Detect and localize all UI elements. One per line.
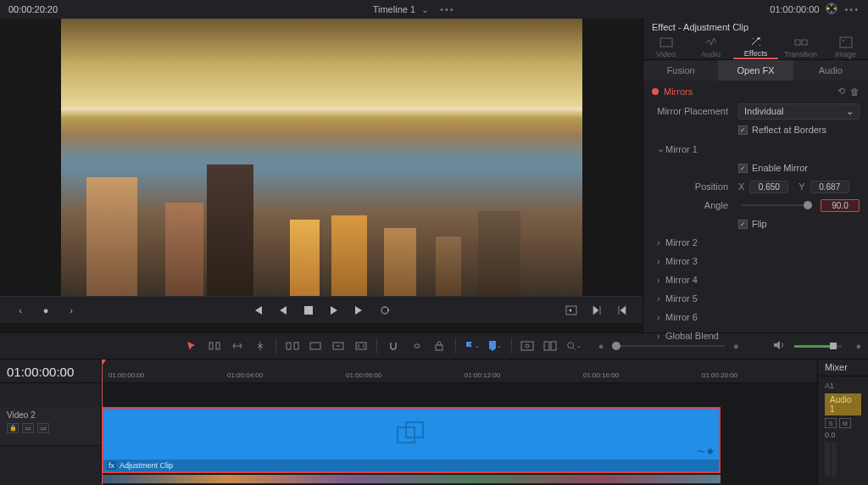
mirror4-header[interactable]: ›Mirror 4 [643, 270, 868, 289]
next-frame-icon[interactable] [353, 304, 366, 317]
keyframe-icon[interactable]: ◆ [707, 446, 714, 458]
svg-point-1 [831, 4, 833, 7]
mirror5-header[interactable]: ›Mirror 5 [643, 289, 868, 308]
zoom-detail-icon[interactable] [543, 338, 558, 354]
inspector-title: Effect - Adjustment Clip [643, 19, 868, 36]
dim-dot[interactable]: ● [855, 341, 861, 351]
svg-rect-16 [294, 343, 298, 349]
subtab-fusion[interactable]: Fusion [643, 60, 718, 81]
angle-label: Angle [657, 200, 733, 210]
flip-checkbox[interactable]: ✓ [738, 220, 748, 229]
overwrite-clip-icon[interactable] [308, 338, 322, 354]
placement-label: Mirror Placement [657, 106, 733, 116]
effect-enable-dot[interactable] [652, 88, 659, 95]
nav-left-icon[interactable]: ‹ [14, 304, 27, 317]
dynamic-trim-icon[interactable] [230, 338, 244, 354]
video1-thumbstrip[interactable] [102, 475, 721, 483]
match-frame-icon[interactable] [565, 304, 578, 317]
audio-meter [825, 443, 861, 477]
adjustment-clip-icon [396, 421, 426, 448]
timeline-timecode[interactable]: 01:00:00:00 [0, 360, 101, 383]
lock-icon[interactable] [432, 338, 447, 354]
reset-icon[interactable]: ⟲ [837, 86, 845, 97]
track-view-b-icon[interactable]: ▭ [37, 423, 49, 433]
zoom-custom-icon[interactable]: ⌄ [566, 338, 581, 354]
svg-point-12 [843, 40, 844, 42]
mixer-audio1-label[interactable]: Audio 1 [825, 393, 861, 415]
trash-icon[interactable]: 🗑 [850, 86, 860, 97]
svg-rect-23 [544, 342, 549, 350]
snap-icon[interactable] [386, 338, 400, 354]
adjustment-clip[interactable]: 〜◆ fxAdjustment Clip [102, 407, 721, 473]
svg-rect-13 [209, 343, 213, 349]
svg-rect-20 [436, 345, 442, 350]
play-icon[interactable] [327, 304, 341, 317]
clip-name-label: Adjustment Clip [120, 461, 173, 470]
loop-icon[interactable] [378, 304, 392, 317]
playhead[interactable] [102, 360, 103, 485]
timeline-name[interactable]: Timeline 1 [373, 4, 415, 14]
reflect-checkbox[interactable]: ✓ [738, 125, 748, 135]
solo-button[interactable]: S [825, 418, 837, 428]
fit-to-fill-icon[interactable] [353, 338, 368, 354]
volume-slider[interactable] [794, 345, 843, 348]
svg-rect-11 [840, 37, 852, 47]
goto-start-icon[interactable] [615, 304, 629, 317]
insert-clip-icon[interactable] [285, 338, 299, 354]
svg-rect-10 [802, 40, 807, 45]
tab-effects[interactable]: Effects [733, 36, 778, 59]
prev-frame-icon[interactable] [276, 304, 290, 317]
subtab-audio[interactable]: Audio [793, 60, 868, 81]
tab-image[interactable]: Image [823, 36, 868, 59]
viewer-preview[interactable] [61, 19, 582, 296]
mute-button[interactable]: M [839, 418, 851, 428]
tab-video[interactable]: Video [643, 36, 688, 59]
position-x-input[interactable]: 0.650 [749, 181, 788, 193]
angle-input[interactable]: 90.0 [821, 199, 860, 212]
zoom-full-icon[interactable] [520, 338, 535, 354]
mirror1-header[interactable]: ⌄Mirror 1 [643, 139, 868, 159]
tab-transition[interactable]: Transition [778, 36, 823, 59]
replace-clip-icon[interactable] [331, 338, 345, 354]
marker-dot-icon[interactable]: ● [39, 304, 53, 317]
zoom-in-dot[interactable]: ● [733, 341, 739, 351]
timeline-ruler[interactable]: 01:00:00:00 01:00:04:00 01:00:08:00 01:0… [102, 360, 817, 383]
menu-dots-icon[interactable]: ••• [844, 4, 860, 14]
first-frame-icon[interactable] [251, 304, 264, 317]
trim-tool-icon[interactable] [207, 338, 221, 354]
nav-right-icon[interactable]: › [64, 304, 78, 317]
mixer-a1-label: A1 [825, 380, 861, 392]
angle-slider[interactable] [742, 204, 812, 206]
goto-end-icon[interactable] [590, 304, 604, 317]
marker-icon[interactable]: ⌄ [488, 338, 503, 354]
enable-mirror-label: Enable Mirror [752, 163, 808, 173]
source-timecode: 00:00:20:20 [8, 4, 58, 14]
blade-tool-icon[interactable] [253, 338, 267, 354]
volume-icon[interactable] [772, 339, 786, 353]
position-y-input[interactable]: 0.687 [810, 181, 849, 193]
mirror3-header[interactable]: ›Mirror 3 [643, 252, 868, 270]
svg-point-22 [526, 344, 529, 348]
track-header-video2[interactable]: Video 2 🔒 ▭ ▭ [0, 407, 101, 446]
flag-icon[interactable]: ⌄ [465, 338, 480, 354]
zoom-out-dot[interactable]: ● [598, 341, 604, 351]
selection-tool-icon[interactable] [184, 338, 198, 354]
track-lock-icon[interactable]: 🔒 [7, 423, 19, 433]
colorwheel-icon[interactable] [826, 3, 837, 16]
tab-audio[interactable]: Audio [688, 36, 733, 59]
reflect-label: Reflect at Borders [752, 125, 826, 135]
placement-select[interactable]: Individual⌄ [738, 103, 860, 120]
svg-point-2 [834, 8, 837, 10]
mirror2-header[interactable]: ›Mirror 2 [643, 233, 868, 252]
enable-mirror-checkbox[interactable]: ✓ [738, 164, 748, 173]
link-icon[interactable] [409, 338, 423, 354]
svg-point-25 [567, 343, 573, 348]
curve-icon[interactable]: 〜 [697, 446, 705, 458]
zoom-slider[interactable] [612, 345, 725, 347]
subtab-openfx[interactable]: Open FX [718, 60, 793, 81]
stop-icon[interactable] [302, 304, 315, 317]
flip-label: Flip [752, 219, 767, 229]
mirror6-header[interactable]: ›Mirror 6 [643, 308, 868, 326]
svg-rect-9 [795, 40, 800, 45]
track-view-a-icon[interactable]: ▭ [22, 423, 34, 433]
